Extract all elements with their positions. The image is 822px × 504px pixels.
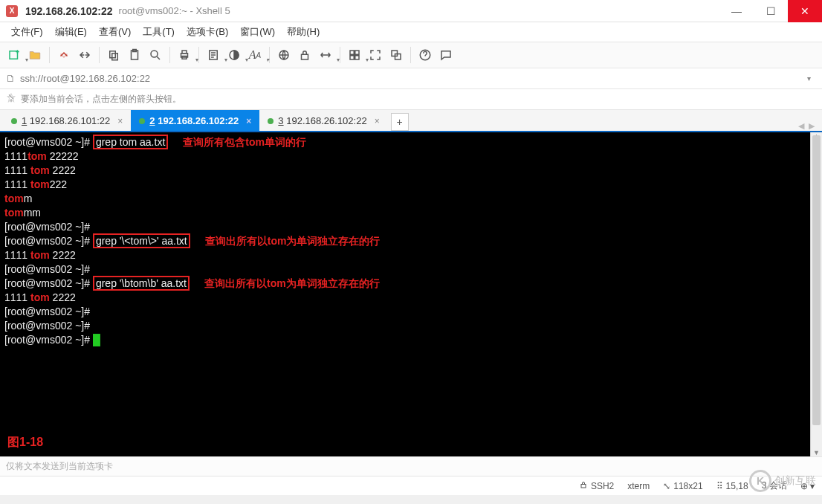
horizontal-scroll-icon[interactable]: ▾ [316, 45, 335, 65]
menu-help[interactable]: 帮助(H) [282, 23, 325, 41]
svg-point-5 [151, 51, 158, 57]
status-menu-icon[interactable]: ⊕ ▾ [800, 481, 815, 491]
maximize-button[interactable]: ☐ [754, 0, 788, 22]
svg-rect-16 [355, 56, 359, 59]
print-icon[interactable]: ▾ [175, 45, 194, 65]
tab-close-icon[interactable]: × [375, 116, 380, 126]
svg-rect-13 [350, 51, 354, 54]
address-bar[interactable]: 🗋 ssh://root@192.168.26.102:22 ▾ [0, 68, 822, 89]
hint-text: 要添加当前会话，点击左侧的箭头按钮。 [21, 93, 181, 106]
chat-icon[interactable] [436, 45, 456, 65]
svg-rect-12 [302, 54, 308, 59]
svg-rect-15 [350, 56, 354, 59]
lock-icon[interactable] [295, 45, 314, 65]
tab-3[interactable]: 3 192.168.26.102:22 × [259, 110, 387, 131]
terminal-area: [root@vms002 ~]# grep tom aa.txt查询所有包含to… [0, 132, 822, 456]
tab-close-icon[interactable]: × [246, 116, 251, 126]
layout-icon[interactable]: ▾ [345, 45, 364, 65]
add-tab-button[interactable]: + [391, 113, 409, 131]
help-icon[interactable] [415, 45, 435, 65]
reconnect-icon[interactable] [54, 45, 74, 65]
send-bar-text: 仅将文本发送到当前选项卡 [6, 460, 113, 473]
svg-rect-0 [10, 51, 18, 59]
address-dropdown-icon[interactable]: ▾ [807, 74, 816, 83]
copy-icon[interactable] [104, 45, 123, 65]
fullscreen-icon[interactable] [366, 45, 385, 65]
transparency-icon[interactable] [386, 45, 406, 65]
status-bar: SSH2 xterm ⤡118x21 ⠿15,18 3 会话 ⊕ ▾ [0, 476, 822, 495]
menu-view[interactable]: 查看(V) [94, 23, 136, 41]
tab-strip: 1 192.168.26.101:22 × 2 192.168.26.102:2… [0, 110, 822, 132]
scroll-thumb[interactable] [812, 135, 821, 425]
status-dot-icon [139, 118, 145, 124]
toolbar: ▾ ▾ ▾ ▾ AA▾ ▾ ▾ [0, 42, 822, 68]
svg-rect-7 [182, 51, 187, 54]
new-session-icon[interactable]: ▾ [4, 45, 24, 65]
color-scheme-icon[interactable]: ▾ [224, 45, 244, 65]
menu-edit[interactable]: 编辑(E) [50, 23, 92, 41]
font-icon[interactable]: AA▾ [245, 45, 265, 65]
close-button[interactable]: ✕ [788, 0, 822, 22]
minimize-button[interactable]: — [719, 0, 754, 22]
cursor-pos-icon: ⠿ [716, 481, 723, 491]
status-term: xterm [627, 481, 650, 491]
send-bar[interactable]: 仅将文本发送到当前选项卡 [0, 456, 822, 476]
scrollbar[interactable]: ▲ ▼ [810, 132, 822, 456]
svg-rect-14 [355, 51, 359, 54]
menu-file[interactable]: 文件(F) [6, 23, 48, 41]
window-title-host: 192.168.26.102:22 [25, 5, 113, 17]
status-proto: SSH2 [579, 480, 614, 491]
svg-rect-20 [581, 485, 586, 488]
menu-tools[interactable]: 工具(T) [137, 23, 180, 41]
find-icon[interactable] [146, 45, 165, 65]
title-bar: X 192.168.26.102:22 root@vms002:~ - Xshe… [0, 0, 822, 22]
status-dot-icon [11, 118, 17, 124]
tab-nav[interactable]: ◀▶ [794, 121, 819, 131]
pin-icon[interactable] [6, 93, 16, 106]
status-cursor: ⠿15,18 [716, 481, 748, 491]
tab-2[interactable]: 2 192.168.26.102:22 × [131, 110, 259, 131]
status-size: ⤡118x21 [663, 481, 702, 491]
terminal[interactable]: [root@vms002 ~]# grep tom aa.txt查询所有包含to… [0, 132, 810, 456]
scroll-down-icon[interactable]: ▼ [811, 449, 822, 456]
hint-bar: 要添加当前会话，点击左侧的箭头按钮。 [0, 89, 822, 110]
globe-icon[interactable] [274, 45, 294, 65]
menu-tabs[interactable]: 选项卡(B) [181, 23, 233, 41]
disconnect-icon[interactable] [75, 45, 94, 65]
menu-bar: 文件(F) 编辑(E) 查看(V) 工具(T) 选项卡(B) 窗口(W) 帮助(… [0, 22, 822, 42]
status-dot-icon [268, 118, 274, 124]
tab-close-icon[interactable]: × [117, 116, 123, 126]
window-title-rest: root@vms002:~ - Xshell 5 [119, 5, 230, 16]
app-icon: X [6, 5, 18, 17]
open-session-icon[interactable] [25, 45, 45, 65]
figure-label: 图1-18 [7, 435, 43, 450]
address-text: ssh://root@192.168.26.102:22 [20, 73, 803, 84]
tab-1[interactable]: 1 192.168.26.101:22 × [3, 110, 131, 131]
resize-icon: ⤡ [663, 481, 670, 491]
status-sessions: 3 会话 [762, 479, 787, 492]
menu-window[interactable]: 窗口(W) [235, 23, 280, 41]
lock-small-icon: 🗋 [6, 73, 16, 84]
paste-icon[interactable] [125, 45, 144, 65]
properties-icon[interactable]: ▾ [204, 45, 223, 65]
